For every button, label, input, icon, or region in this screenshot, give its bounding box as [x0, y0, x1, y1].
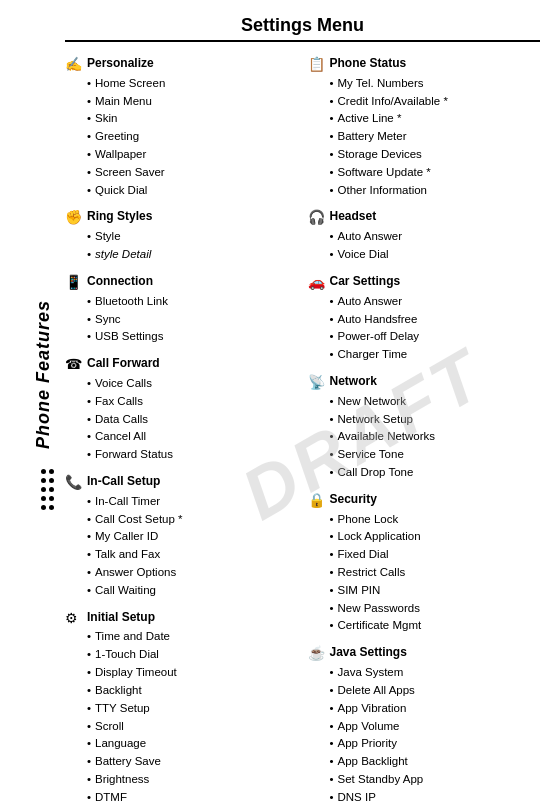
list-item: Display Timeout [87, 664, 298, 682]
left-sidebar: Phone Features [0, 0, 60, 807]
list-item: Call Waiting [87, 582, 298, 600]
list-item: DNS IP [330, 789, 541, 807]
list-item: Talk and Fax [87, 546, 298, 564]
list-item: Software Update * [330, 164, 541, 182]
java-settings-title: Java Settings [330, 645, 407, 661]
list-item: Main Menu [87, 93, 298, 111]
list-item: App Vibration [330, 700, 541, 718]
list-item: Voice Dial [330, 246, 541, 264]
network-title: Network [330, 374, 377, 390]
list-item: Network Setup [330, 411, 541, 429]
car-settings-title: Car Settings [330, 274, 401, 290]
list-item: SIM PIN [330, 582, 541, 600]
ring-styles-icon: ✊ [65, 209, 83, 226]
list-item: In-Call Timer [87, 493, 298, 511]
sidebar-label: Phone Features [33, 300, 54, 449]
initial-setup-items: Time and Date 1-Touch Dial Display Timeo… [65, 628, 298, 807]
dots-decoration [41, 469, 54, 510]
list-item: Call Drop Tone [330, 464, 541, 482]
personalize-icon: ✍ [65, 56, 83, 73]
columns-wrapper: ✍ Personalize Home Screen Main Menu Skin… [65, 56, 540, 807]
phone-status-icon: 📋 [308, 56, 326, 73]
headset-title: Headset [330, 209, 377, 225]
list-item: Greeting [87, 128, 298, 146]
headset-items: Auto Answer Voice Dial [308, 228, 541, 264]
call-forward-items: Voice Calls Fax Calls Data Calls Cancel … [65, 375, 298, 464]
list-item: Home Screen [87, 75, 298, 93]
connection-title: Connection [87, 274, 153, 290]
connection-icon: 📱 [65, 274, 83, 291]
list-item: Credit Info/Available * [330, 93, 541, 111]
list-item: Auto Handsfree [330, 311, 541, 329]
list-item: App Priority [330, 735, 541, 753]
list-item: Skin [87, 110, 298, 128]
list-item: My Tel. Numbers [330, 75, 541, 93]
list-item: Service Tone [330, 446, 541, 464]
right-column: 📋 Phone Status My Tel. Numbers Credit In… [308, 56, 541, 807]
list-item: Backlight [87, 682, 298, 700]
list-item: Auto Answer [330, 293, 541, 311]
main-content: Settings Menu ✍ Personalize Home Screen … [60, 0, 555, 807]
section-connection: 📱 Connection Bluetooth Link Sync USB Set… [65, 274, 298, 346]
section-personalize: ✍ Personalize Home Screen Main Menu Skin… [65, 56, 298, 199]
list-item: Cancel All [87, 428, 298, 446]
list-item: TTY Setup [87, 700, 298, 718]
list-item: Auto Answer [330, 228, 541, 246]
list-item: Java System [330, 664, 541, 682]
java-settings-icon: ☕ [308, 645, 326, 662]
list-item: Forward Status [87, 446, 298, 464]
call-forward-title: Call Forward [87, 356, 160, 372]
initial-setup-icon: ⚙ [65, 610, 83, 627]
list-item: Sync [87, 311, 298, 329]
ring-styles-title: Ring Styles [87, 209, 152, 225]
section-car-settings: 🚗 Car Settings Auto Answer Auto Handsfre… [308, 274, 541, 364]
list-item: Delete All Apps [330, 682, 541, 700]
headset-icon: 🎧 [308, 209, 326, 226]
list-item: USB Settings [87, 328, 298, 346]
list-item: Battery Meter [330, 128, 541, 146]
car-settings-items: Auto Answer Auto Handsfree Power-off Del… [308, 293, 541, 364]
list-item: Language [87, 735, 298, 753]
list-item: Fax Calls [87, 393, 298, 411]
security-icon: 🔒 [308, 492, 326, 509]
network-icon: 📡 [308, 374, 326, 391]
section-call-forward: ☎ Call Forward Voice Calls Fax Calls Dat… [65, 356, 298, 464]
list-item: Call Cost Setup * [87, 511, 298, 529]
list-item: Screen Saver [87, 164, 298, 182]
list-item: App Volume [330, 718, 541, 736]
list-item: Brightness [87, 771, 298, 789]
list-item: Available Networks [330, 428, 541, 446]
list-item: Voice Calls [87, 375, 298, 393]
section-network: 📡 Network New Network Network Setup Avai… [308, 374, 541, 482]
list-item: Data Calls [87, 411, 298, 429]
section-headset: 🎧 Headset Auto Answer Voice Dial [308, 209, 541, 263]
section-in-call-setup: 📞 In-Call Setup In-Call Timer Call Cost … [65, 474, 298, 600]
list-item: Certificate Mgmt [330, 617, 541, 635]
list-item: Battery Save [87, 753, 298, 771]
in-call-setup-items: In-Call Timer Call Cost Setup * My Calle… [65, 493, 298, 600]
call-forward-icon: ☎ [65, 356, 83, 373]
security-title: Security [330, 492, 377, 508]
connection-items: Bluetooth Link Sync USB Settings [65, 293, 298, 346]
in-call-setup-title: In-Call Setup [87, 474, 160, 490]
phone-status-title: Phone Status [330, 56, 407, 72]
list-item: 1-Touch Dial [87, 646, 298, 664]
list-item: Storage Devices [330, 146, 541, 164]
section-ring-styles: ✊ Ring Styles Style style Detail [65, 209, 298, 263]
network-items: New Network Network Setup Available Netw… [308, 393, 541, 482]
list-item: Active Line * [330, 110, 541, 128]
section-java-settings: ☕ Java Settings Java System Delete All A… [308, 645, 541, 806]
list-item: Style [87, 228, 298, 246]
list-item: Scroll [87, 718, 298, 736]
car-settings-icon: 🚗 [308, 274, 326, 291]
personalize-title: Personalize [87, 56, 154, 72]
list-item: style Detail [87, 246, 298, 264]
list-item: Fixed Dial [330, 546, 541, 564]
phone-status-items: My Tel. Numbers Credit Info/Available * … [308, 75, 541, 200]
list-item: Restrict Calls [330, 564, 541, 582]
list-item: Answer Options [87, 564, 298, 582]
security-items: Phone Lock Lock Application Fixed Dial R… [308, 511, 541, 636]
list-item: Bluetooth Link [87, 293, 298, 311]
list-item: Wallpaper [87, 146, 298, 164]
list-item: New Passwords [330, 600, 541, 618]
